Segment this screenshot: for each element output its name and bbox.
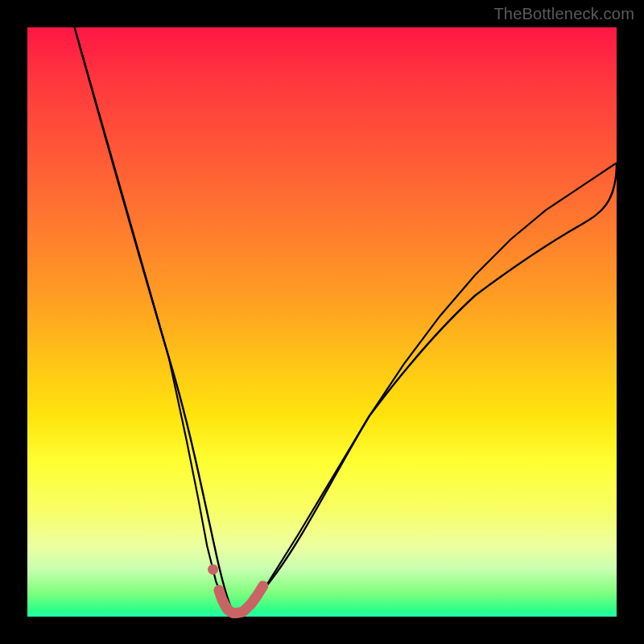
plot-area bbox=[27, 27, 617, 617]
highlight-dot bbox=[208, 564, 218, 575]
bottleneck-curve-line bbox=[75, 27, 617, 613]
chart-frame: TheBottleneck.com bbox=[0, 0, 644, 644]
bottleneck-curve bbox=[75, 27, 617, 616]
chart-svg bbox=[27, 27, 617, 617]
watermark-text: TheBottleneck.com bbox=[493, 5, 634, 23]
